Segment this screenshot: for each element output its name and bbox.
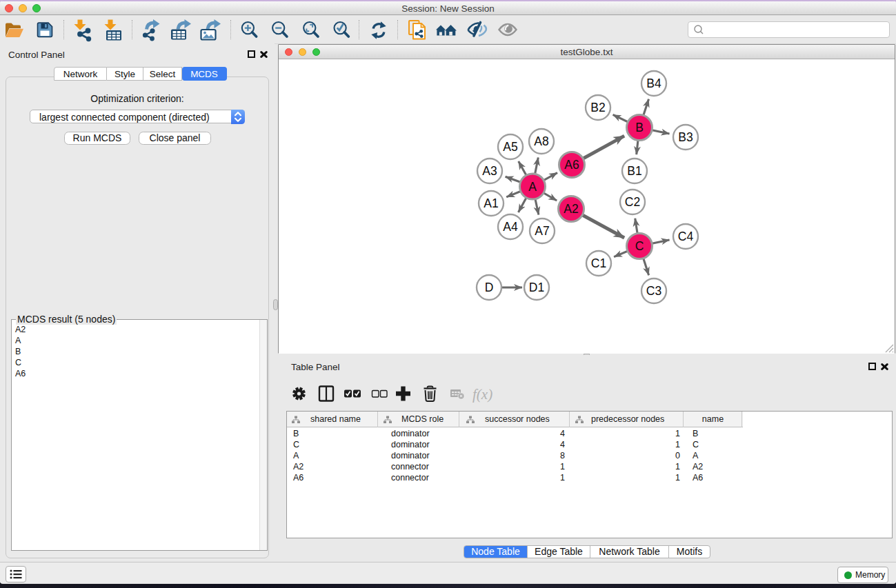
svg-text:D: D: [485, 281, 494, 294]
svg-text:A4: A4: [503, 220, 518, 234]
svg-text:B: B: [635, 121, 644, 134]
svg-text:B4: B4: [646, 77, 661, 90]
svg-text:A2: A2: [564, 202, 578, 216]
svg-text:A6: A6: [564, 158, 579, 172]
svg-text:B1: B1: [627, 164, 641, 178]
svg-text:A5: A5: [503, 140, 517, 154]
svg-text:A3: A3: [482, 164, 497, 178]
svg-text:A8: A8: [534, 134, 548, 148]
svg-text:D1: D1: [529, 281, 544, 294]
svg-text:C1: C1: [591, 256, 606, 270]
svg-text:C3: C3: [646, 284, 661, 298]
svg-text:f(x): f(x): [472, 386, 492, 403]
svg-text:B3: B3: [678, 130, 693, 144]
svg-text:A: A: [528, 180, 537, 194]
svg-text:C: C: [635, 239, 644, 253]
svg-text:C2: C2: [625, 195, 640, 209]
svg-text:A7: A7: [535, 224, 549, 238]
svg-text:A1: A1: [484, 196, 498, 210]
svg-text:B2: B2: [590, 101, 605, 114]
svg-text:C4: C4: [678, 230, 694, 243]
